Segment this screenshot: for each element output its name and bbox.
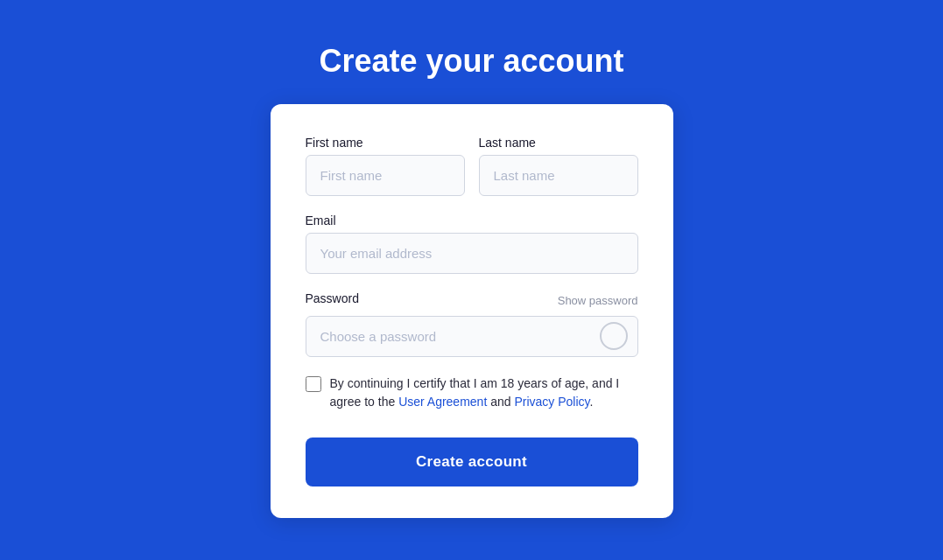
email-field-group: Email [306, 214, 638, 274]
last-name-input[interactable] [479, 155, 638, 196]
email-input[interactable] [306, 233, 638, 274]
signup-card: First name Last name Email Password Show… [271, 104, 673, 518]
certify-label: By continuing I certify that I am 18 yea… [330, 374, 638, 411]
last-name-label: Last name [479, 136, 638, 150]
password-header: Password Show password [306, 291, 638, 311]
certify-text-mid: and [487, 395, 514, 409]
name-row: First name Last name [306, 136, 638, 196]
first-name-label: First name [306, 136, 465, 150]
first-name-field-group: First name [306, 136, 465, 196]
email-label: Email [306, 214, 638, 228]
user-agreement-link[interactable]: User Agreement [398, 395, 487, 409]
certify-row: By continuing I certify that I am 18 yea… [306, 374, 638, 416]
password-visibility-toggle[interactable] [600, 322, 628, 350]
create-account-button[interactable]: Create account [306, 438, 638, 486]
page-title: Create your account [319, 43, 623, 80]
password-input-wrapper [306, 316, 638, 357]
certify-text-end: . [590, 395, 594, 409]
first-name-input[interactable] [306, 155, 465, 196]
last-name-field-group: Last name [479, 136, 638, 196]
certify-checkbox[interactable] [306, 376, 321, 392]
password-input[interactable] [306, 316, 638, 357]
password-field-group: Password Show password [306, 291, 638, 357]
privacy-policy-link[interactable]: Privacy Policy [514, 395, 589, 409]
password-label: Password [306, 291, 359, 305]
show-password-button[interactable]: Show password [558, 294, 638, 307]
